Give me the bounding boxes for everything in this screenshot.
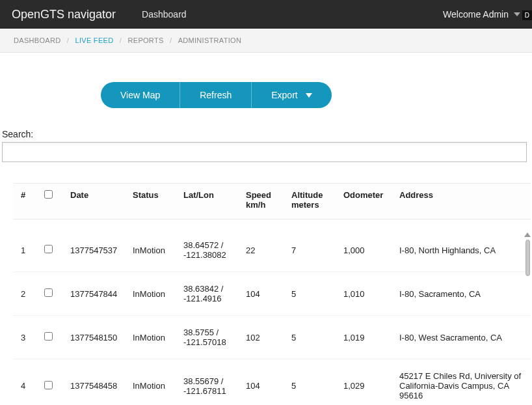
cell-altitude: 5	[286, 272, 338, 316]
cell-checkbox	[39, 316, 65, 359]
export-label: Export	[271, 90, 297, 100]
cell-odometer: 1,029	[338, 359, 394, 406]
breadcrumb-item-live-feed[interactable]: LIVE FEED	[75, 36, 113, 44]
cell-altitude: 7	[286, 219, 338, 272]
cell-idx: 1	[13, 219, 39, 272]
search-input[interactable]	[2, 142, 527, 162]
cell-latlon: 38.55679 / -121.67811	[178, 359, 241, 406]
table-row: 21377547844InMotion38.63842 / -121.49161…	[13, 272, 531, 316]
cell-speed: 104	[241, 359, 286, 406]
breadcrumb-sep: /	[67, 36, 69, 44]
row-checkbox[interactable]	[44, 381, 53, 389]
cell-odometer: 1,010	[338, 272, 394, 316]
cell-address: I-80, North Highlands, CA	[394, 219, 531, 272]
cell-address: I-80, West Sacramento, CA	[394, 316, 531, 359]
cell-status: InMotion	[127, 219, 178, 272]
table-row: 11377547537InMotion38.64572 / -121.38082…	[13, 219, 531, 272]
col-header-speed[interactable]: Speed km/h	[241, 184, 286, 219]
col-header-checkbox	[39, 184, 65, 219]
data-table: # Date Status Lat/Lon Speed km/h Altitud…	[13, 183, 531, 405]
cell-speed: 102	[241, 316, 286, 359]
cell-latlon: 38.64572 / -121.38082	[178, 219, 241, 272]
scrollbar[interactable]	[523, 232, 532, 405]
cell-speed: 22	[241, 219, 286, 272]
cell-idx: 3	[13, 316, 39, 359]
cell-latlon: 38.5755 / -121.57018	[178, 316, 241, 359]
cell-odometer: 1,019	[338, 316, 394, 359]
col-header-date[interactable]: Date	[65, 184, 127, 219]
col-header-idx[interactable]: #	[13, 184, 39, 219]
cell-latlon: 38.63842 / -121.4916	[178, 272, 241, 316]
cell-checkbox	[39, 219, 65, 272]
breadcrumb-item-reports[interactable]: REPORTS	[128, 36, 164, 44]
col-header-status[interactable]: Status	[127, 184, 178, 219]
cell-altitude: 5	[286, 316, 338, 359]
col-header-altitude[interactable]: Altitude meters	[286, 184, 338, 219]
breadcrumb-item-dashboard[interactable]: DASHBOARD	[14, 36, 60, 44]
row-checkbox[interactable]	[44, 245, 53, 253]
chevron-down-icon	[306, 93, 312, 98]
breadcrumb-item-administration[interactable]: ADMINISTRATION	[178, 36, 242, 44]
select-all-checkbox[interactable]	[44, 190, 53, 199]
table-row: 31377548150InMotion38.5755 / -121.570181…	[13, 316, 531, 359]
cell-idx: 4	[13, 359, 39, 406]
cell-status: InMotion	[127, 359, 178, 406]
corner-badge: D	[522, 10, 532, 20]
welcome-menu[interactable]: Welcome Admin	[443, 9, 520, 20]
cell-date: 1377547537	[65, 219, 127, 272]
app-title: OpenGTS navigator	[12, 8, 116, 21]
row-checkbox[interactable]	[44, 332, 53, 341]
table-wrap: # Date Status Lat/Lon Speed km/h Altitud…	[0, 183, 532, 405]
breadcrumb-sep: /	[120, 36, 122, 44]
refresh-button[interactable]: Refresh	[180, 82, 251, 108]
cell-address: I-80, Sacramento, CA	[394, 272, 531, 316]
scroll-thumb[interactable]	[525, 240, 530, 276]
table-row: 41377548458InMotion38.55679 / -121.67811…	[13, 359, 531, 406]
cell-checkbox	[39, 272, 65, 316]
search-row: Search:	[0, 126, 532, 165]
cell-status: InMotion	[127, 272, 178, 316]
cell-date: 1377548150	[65, 316, 127, 359]
col-header-address[interactable]: Address	[394, 184, 531, 219]
cell-checkbox	[39, 359, 65, 406]
action-row: View Map Refresh Export	[0, 53, 532, 126]
view-map-button[interactable]: View Map	[101, 82, 180, 108]
pill-group: View Map Refresh Export	[101, 82, 332, 108]
chevron-down-icon	[514, 12, 520, 16]
topbar: OpenGTS navigator Dashboard Welcome Admi…	[0, 0, 532, 29]
cell-address: 45217 E Chiles Rd, University of Califor…	[394, 359, 531, 406]
table-header-row: # Date Status Lat/Lon Speed km/h Altitud…	[13, 184, 531, 219]
cell-speed: 104	[241, 272, 286, 316]
col-header-odometer[interactable]: Odometer	[338, 184, 394, 219]
cell-idx: 2	[13, 272, 39, 316]
scroll-up-icon	[524, 232, 531, 237]
breadcrumb: DASHBOARD / LIVE FEED / REPORTS / ADMINI…	[0, 29, 532, 53]
cell-altitude: 5	[286, 359, 338, 406]
breadcrumb-sep: /	[170, 36, 172, 44]
topbar-dashboard-link[interactable]: Dashboard	[142, 9, 187, 20]
col-header-latlon[interactable]: Lat/Lon	[178, 184, 241, 219]
export-button[interactable]: Export	[251, 82, 331, 108]
welcome-label: Welcome Admin	[443, 9, 509, 20]
row-checkbox[interactable]	[44, 288, 53, 297]
cell-date: 1377548458	[65, 359, 127, 406]
search-label: Search:	[2, 129, 527, 139]
cell-status: InMotion	[127, 316, 178, 359]
cell-odometer: 1,000	[338, 219, 394, 272]
cell-date: 1377547844	[65, 272, 127, 316]
